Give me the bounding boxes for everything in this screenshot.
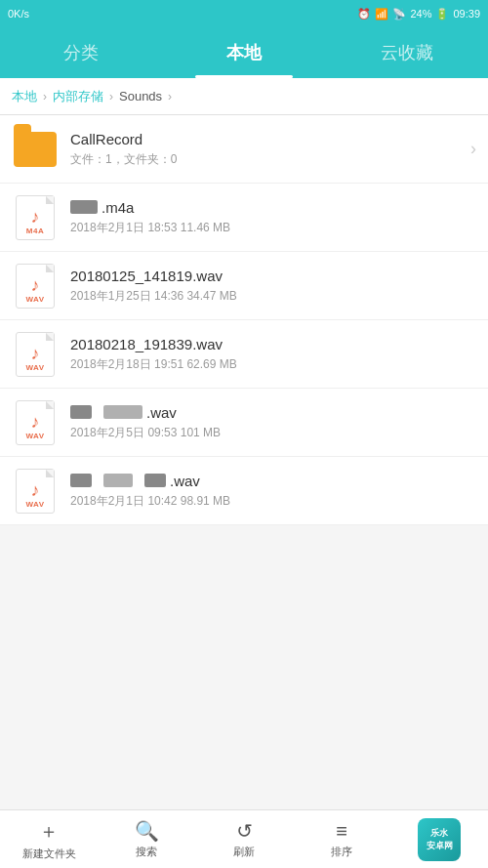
- file-name-suffix: .wav: [146, 404, 177, 421]
- file-meta: 2018年2月5日 09:53 101 MB: [70, 425, 476, 441]
- censored-block: [70, 200, 98, 214]
- ext-label: WAV: [17, 363, 54, 372]
- file-info: .wav 2018年2月5日 09:53 101 MB: [70, 404, 476, 441]
- file-meta: 文件：1，文件夹：0: [70, 151, 463, 168]
- file-info: CallRecord 文件：1，文件夹：0: [70, 131, 463, 168]
- top-nav: 分类 本地 云收藏: [0, 27, 488, 78]
- audio-file-icon: ♪ WAV: [16, 332, 55, 377]
- censored-block-a: [70, 474, 92, 487]
- audio-icon-wrap: ♪ M4A: [12, 194, 59, 241]
- bottom-bar: ＋ 新建文件夹 🔍 搜索 ↻ 刷新 ≡ 排序 乐水安卓网: [0, 809, 488, 868]
- file-name: .wav: [70, 404, 476, 421]
- new-folder-button[interactable]: ＋ 新建文件夹: [0, 818, 98, 861]
- breadcrumb-sep-2: ›: [109, 90, 113, 103]
- file-name: CallRecord: [70, 131, 463, 147]
- battery-text: 24%: [410, 8, 431, 20]
- plus-icon: ＋: [39, 818, 59, 845]
- ext-label: WAV: [17, 432, 54, 440]
- folder-icon: [14, 132, 57, 167]
- sort-label: 排序: [331, 845, 352, 859]
- breadcrumb-sounds: Sounds: [119, 89, 162, 103]
- folder-icon-wrap: [12, 126, 59, 173]
- ext-label: WAV: [17, 295, 54, 304]
- file-name: .m4a: [70, 199, 476, 216]
- music-note-icon: ♪: [31, 207, 40, 227]
- list-item[interactable]: ♪ M4A .m4a 2018年2月1日 18:53 11.46 MB: [0, 184, 488, 252]
- search-label: 搜索: [136, 845, 157, 859]
- file-info: .m4a 2018年2月1日 18:53 11.46 MB: [70, 199, 476, 236]
- list-item[interactable]: ♪ WAV .wav 2018年2月5日 09:53 101 MB: [0, 389, 488, 457]
- file-name-suffix: .wav: [170, 473, 200, 489]
- status-bar: 0K/s ⏰ 📶 📡 24% 🔋 09:39: [0, 0, 488, 27]
- audio-file-icon: ♪ WAV: [16, 264, 55, 309]
- chevron-right-icon: ›: [470, 139, 476, 159]
- audio-file-icon: ♪ WAV: [16, 469, 55, 514]
- tab-fenlei[interactable]: 分类: [0, 27, 163, 78]
- refresh-icon: ↻: [236, 819, 253, 843]
- ext-label: WAV: [17, 500, 54, 509]
- tab-yunshoucang[interactable]: 云收藏: [325, 27, 488, 78]
- music-note-icon: ♪: [31, 480, 40, 501]
- file-name: 20180125_141819.wav: [70, 268, 476, 284]
- status-left-text: 0K/s: [8, 8, 29, 20]
- file-info: 20180218_191839.wav 2018年2月18日 19:51 62.…: [70, 336, 476, 373]
- sort-icon: ≡: [336, 820, 347, 843]
- file-meta: 2018年2月18日 19:51 62.69 MB: [70, 356, 476, 373]
- audio-file-icon: ♪ WAV: [16, 400, 55, 445]
- alarm-icon: ⏰: [357, 8, 371, 21]
- battery-icon: 🔋: [435, 8, 449, 21]
- censored-block-2: [103, 405, 142, 419]
- file-name: 20180218_191839.wav: [70, 336, 476, 352]
- music-note-icon: ♪: [31, 412, 40, 433]
- audio-icon-wrap: ♪ WAV: [12, 263, 59, 310]
- breadcrumb-internal[interactable]: 内部存储: [53, 88, 103, 105]
- file-info: .wav 2018年2月1日 10:42 98.91 MB: [70, 473, 476, 510]
- censored-block-c: [144, 474, 166, 487]
- breadcrumb: 本地 › 内部存储 › Sounds ›: [0, 78, 488, 115]
- file-name: .wav: [70, 473, 476, 489]
- audio-icon-wrap: ♪ WAV: [12, 331, 59, 378]
- music-note-icon: ♪: [31, 275, 40, 296]
- audio-icon-wrap: ♪ WAV: [12, 468, 59, 515]
- status-icons: ⏰ 📶 📡 24% 🔋 09:39: [357, 8, 480, 21]
- app-logo: 乐水安卓网: [418, 818, 461, 861]
- list-item[interactable]: ♪ WAV 20180125_141819.wav 2018年1月25日 14:…: [0, 252, 488, 320]
- logo-text: 乐水安卓网: [427, 827, 453, 851]
- logo-button[interactable]: 乐水安卓网: [390, 818, 488, 861]
- sort-button[interactable]: ≡ 排序: [293, 820, 390, 859]
- file-meta: 2018年1月25日 14:36 34.47 MB: [70, 288, 476, 305]
- corner-fold: [46, 470, 54, 477]
- list-item[interactable]: CallRecord 文件：1，文件夹：0 ›: [0, 115, 488, 184]
- audio-file-icon: ♪ M4A: [16, 195, 55, 240]
- refresh-button[interactable]: ↻ 刷新: [195, 819, 293, 859]
- corner-fold: [46, 265, 54, 272]
- refresh-label: 刷新: [233, 845, 255, 859]
- censored-block-b: [103, 474, 133, 487]
- wifi-icon: 📶: [375, 8, 388, 21]
- corner-fold: [46, 196, 54, 204]
- ext-label: M4A: [17, 227, 54, 235]
- new-folder-label: 新建文件夹: [22, 847, 76, 861]
- tab-bendi[interactable]: 本地: [163, 27, 326, 78]
- search-button[interactable]: 🔍 搜索: [98, 819, 195, 859]
- file-meta: 2018年2月1日 10:42 98.91 MB: [70, 493, 476, 510]
- censored-block-1: [70, 405, 92, 419]
- file-list: CallRecord 文件：1，文件夹：0 › ♪ M4A .m4a 2018年…: [0, 115, 488, 809]
- breadcrumb-local[interactable]: 本地: [12, 88, 37, 105]
- time-text: 09:39: [453, 8, 480, 20]
- audio-icon-wrap: ♪ WAV: [12, 399, 59, 446]
- list-item[interactable]: ♪ WAV .wav 2018年2月1日 10:42 98.91 MB: [0, 457, 488, 525]
- breadcrumb-sep-3: ›: [168, 90, 172, 103]
- file-meta: 2018年2月1日 18:53 11.46 MB: [70, 220, 476, 236]
- corner-fold: [46, 333, 54, 341]
- music-note-icon: ♪: [31, 344, 40, 364]
- list-item[interactable]: ♪ WAV 20180218_191839.wav 2018年2月18日 19:…: [0, 320, 488, 389]
- corner-fold: [46, 401, 54, 409]
- signal-icon: 📡: [392, 8, 406, 21]
- file-name-suffix: .m4a: [102, 199, 134, 216]
- breadcrumb-sep-1: ›: [43, 90, 47, 103]
- file-info: 20180125_141819.wav 2018年1月25日 14:36 34.…: [70, 268, 476, 305]
- search-icon: 🔍: [135, 819, 159, 843]
